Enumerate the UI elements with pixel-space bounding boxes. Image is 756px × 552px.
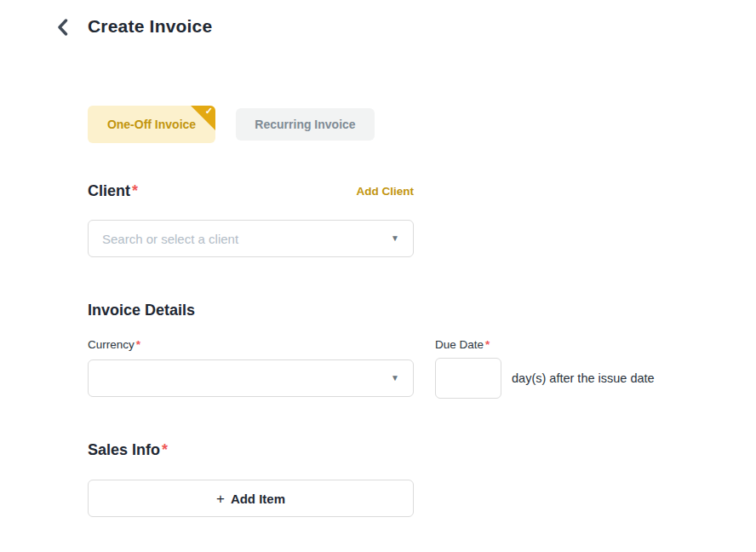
sales-info-heading-text: Sales Info [88,441,160,458]
sales-info-heading: Sales Info* [88,441,168,459]
check-icon: ✓ [205,106,213,116]
due-date-label: Due Date* [435,338,490,351]
currency-required-asterisk: * [136,338,140,351]
tab-recurring-invoice[interactable]: Recurring Invoice [236,108,375,141]
tab-one-off-label: One-Off Invoice [107,118,196,131]
plus-icon: + [216,492,225,506]
client-select-placeholder: Search or select a client [102,232,391,246]
chevron-left-icon [57,19,68,38]
create-invoice-page: Create Invoice One-Off Invoice ✓ Recurri… [0,0,756,552]
currency-select[interactable]: ▼ [88,359,414,397]
sales-info-required-asterisk: * [162,441,168,458]
add-item-button[interactable]: + Add Item [88,480,414,517]
chevron-down-icon: ▼ [391,234,399,243]
client-required-asterisk: * [132,182,138,199]
due-date-label-text: Due Date [435,338,484,351]
chevron-down-icon: ▼ [391,374,399,382]
back-button[interactable] [51,17,73,39]
currency-label-text: Currency [88,338,135,351]
client-select[interactable]: Search or select a client ▼ [88,220,414,257]
due-date-input[interactable] [435,358,501,399]
add-client-button[interactable]: Add Client [357,185,415,198]
tab-recurring-label: Recurring Invoice [255,118,355,131]
due-date-required-asterisk: * [485,338,490,351]
invoice-details-heading: Invoice Details [88,302,195,319]
tab-one-off-invoice[interactable]: One-Off Invoice ✓ [88,106,215,143]
page-title: Create Invoice [88,16,212,37]
client-heading-label: Client [88,182,130,199]
currency-label: Currency* [88,338,140,351]
client-heading: Client* [88,182,138,200]
add-item-label: Add Item [231,492,285,506]
invoice-type-tabs: One-Off Invoice ✓ Recurring Invoice [88,106,375,143]
client-section-header: Client* Add Client [88,182,414,200]
due-date-suffix-text: day(s) after the issue date [512,371,655,385]
